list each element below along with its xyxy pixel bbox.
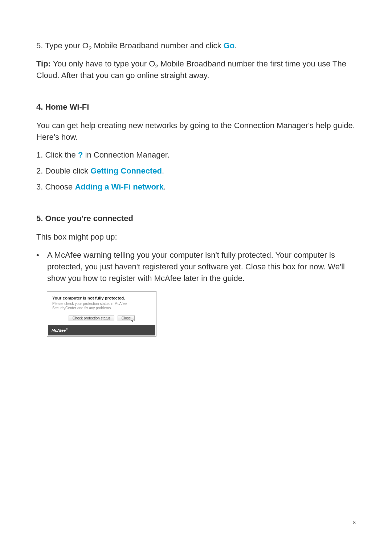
cursor-icon	[131, 317, 135, 323]
step-5-text: 5. Type your O2 Mobile Broadband number …	[36, 40, 356, 52]
close-button-label: Close	[122, 316, 131, 320]
item3-post: .	[164, 182, 166, 191]
item1-post: in Connection Manager.	[83, 150, 170, 159]
mcafee-brand: McAfee®	[52, 328, 68, 333]
close-button[interactable]: Close	[118, 315, 135, 321]
section-4-item-1: 1. Click the ? in Connection Manager.	[36, 149, 356, 161]
bullet-marker: •	[36, 249, 47, 261]
page-number: 8	[353, 520, 356, 525]
item1-pre: 1. Click the	[36, 150, 78, 159]
section-4-intro: You can get help creating new networks b…	[36, 120, 356, 143]
check-protection-button[interactable]: Check protection status	[69, 315, 115, 321]
section-5-heading: 5. Once you're connected	[36, 214, 356, 223]
section-4-item-3: 3. Choose Adding a Wi-Fi network.	[36, 181, 356, 193]
go-link: Go	[224, 41, 235, 50]
tip-label: Tip:	[36, 59, 51, 68]
dialog-body-text: Please check your protection status in M…	[52, 302, 151, 311]
bullet-text: A McAfee warning telling you your comput…	[47, 250, 345, 283]
registered-symbol: ®	[66, 328, 68, 330]
section-4-item-2: 2. Double click Getting Connected.	[36, 165, 356, 177]
subscript-2-b: 2	[155, 63, 158, 69]
section-4-heading: 4. Home Wi-Fi	[36, 102, 356, 112]
item2-post: .	[162, 166, 164, 175]
dialog-footer: McAfee®	[48, 325, 155, 335]
mcafee-text: McAfee	[52, 328, 66, 333]
dialog-title: Your computer is not fully protected.	[52, 296, 151, 300]
dialog-inner: Your computer is not fully protected. Pl…	[48, 292, 155, 325]
item3-pre: 3. Choose	[36, 182, 75, 191]
section-5-intro: This box might pop up:	[36, 231, 356, 243]
section-5-bullet: •A McAfee warning telling you your compu…	[36, 249, 356, 284]
step5-suffix: .	[234, 41, 237, 50]
step5-prefix: 5. Type your O	[36, 41, 89, 50]
dialog-button-row: Check protection status Close	[52, 314, 151, 322]
question-mark-link: ?	[78, 150, 83, 159]
mcafee-dialog-wrapper: Your computer is not fully protected. Pl…	[47, 292, 356, 336]
tip-text1: You only have to type your O	[51, 59, 155, 68]
tip-paragraph: Tip: You only have to type your O2 Mobil…	[36, 58, 356, 81]
step5-mid: Mobile Broadband number and click	[91, 41, 223, 50]
item2-pre: 2. Double click	[36, 166, 90, 175]
adding-wifi-link: Adding a Wi-Fi network	[75, 182, 163, 191]
getting-connected-link: Getting Connected	[90, 166, 162, 175]
mcafee-dialog: Your computer is not fully protected. Pl…	[47, 292, 156, 336]
